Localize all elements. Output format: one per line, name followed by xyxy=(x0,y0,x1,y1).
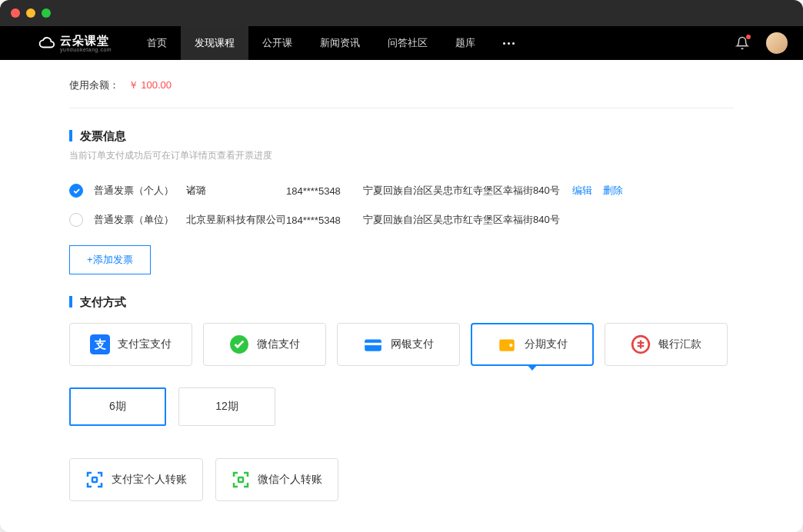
pay-alipay[interactable]: 支 支付宝支付 xyxy=(69,323,192,366)
balance-label: 使用余额： xyxy=(69,79,119,91)
maximize-window-button[interactable] xyxy=(42,8,51,18)
balance-row: 使用余额： ￥ 100.00 xyxy=(69,60,734,108)
invoice-phone: 184****5348 xyxy=(286,214,363,226)
invoice-name: 诸璐 xyxy=(186,184,286,198)
invoice-address: 宁夏回族自治区吴忠市红寺堡区幸福街840号 xyxy=(363,213,563,227)
pay-label: 微信支付 xyxy=(257,337,300,351)
cloud-logo-icon xyxy=(38,35,55,52)
pay-bank[interactable]: 网银支付 xyxy=(337,323,460,366)
installment-options: 6期 12期 xyxy=(69,387,734,426)
pay-installment[interactable]: 分期支付 xyxy=(471,323,594,366)
invoice-row: 普通发票（个人） 诸璐 184****5348 宁夏回族自治区吴忠市红寺堡区幸福… xyxy=(69,176,734,205)
remit-icon xyxy=(631,334,651,354)
pay-label: 银行汇款 xyxy=(658,337,701,351)
app-window: 云朵课堂 yunduoketang.com 首页 发现课程 公开课 新闻资讯 问… xyxy=(0,0,803,532)
window-titlebar xyxy=(0,0,803,26)
payment-section: 支付方式 支 支付宝支付 微信支付 网银支付 分期支付 xyxy=(69,296,734,501)
invoice-list: 普通发票（个人） 诸璐 184****5348 宁夏回族自治区吴忠市红寺堡区幸福… xyxy=(69,176,734,234)
nav-item-news[interactable]: 新闻资讯 xyxy=(306,26,374,60)
brand-logo[interactable]: 云朵课堂 yunduoketang.com xyxy=(38,34,112,52)
alipay-icon: 支 xyxy=(90,334,110,354)
bank-icon xyxy=(363,334,383,354)
nav-items: 首页 发现课程 公开课 新闻资讯 问答社区 题库 xyxy=(133,26,528,60)
notification-bell-icon[interactable] xyxy=(735,36,749,50)
transfer-label: 支付宝个人转账 xyxy=(112,473,187,487)
wechat-icon xyxy=(229,334,249,354)
invoice-phone: 184****5348 xyxy=(286,185,363,197)
wallet-icon xyxy=(497,334,517,354)
svg-rect-8 xyxy=(92,477,97,482)
invoice-section: 发票信息 当前订单支付成功后可在订单详情页查看开票进度 普通发票（个人） 诸璐 … xyxy=(69,130,734,274)
nav-item-courses[interactable]: 发现课程 xyxy=(181,26,248,60)
invoice-type: 普通发票（单位） xyxy=(94,213,186,227)
invoice-actions: 编辑 删除 xyxy=(572,184,631,198)
user-avatar[interactable] xyxy=(766,32,788,54)
brand-sub: yunduoketang.com xyxy=(60,47,112,52)
main-content: 使用余额： ￥ 100.00 发票信息 当前订单支付成功后可在订单详情页查看开票… xyxy=(0,60,803,532)
transfer-alipay[interactable]: 支付宝个人转账 xyxy=(69,458,203,501)
invoice-name: 北京昱新科技有限公司 xyxy=(186,213,286,227)
add-invoice-button[interactable]: +添加发票 xyxy=(69,245,151,274)
svg-rect-4 xyxy=(365,343,382,345)
pay-wechat[interactable]: 微信支付 xyxy=(203,323,326,366)
invoice-title: 发票信息 xyxy=(69,130,734,141)
invoice-delete-link[interactable]: 删除 xyxy=(603,185,623,196)
nav-item-home[interactable]: 首页 xyxy=(133,26,181,60)
pay-label: 网银支付 xyxy=(391,337,434,351)
nav-right xyxy=(735,32,788,54)
installment-6[interactable]: 6期 xyxy=(69,387,166,426)
bracket-green-icon xyxy=(232,470,250,489)
svg-text:支: 支 xyxy=(94,337,106,351)
balance-amount: ￥ 100.00 xyxy=(128,79,172,91)
transfer-methods: 支付宝个人转账 微信个人转账 xyxy=(69,458,734,501)
installment-12[interactable]: 12期 xyxy=(178,387,275,426)
pay-remit[interactable]: 银行汇款 xyxy=(605,323,728,366)
nav-more-icon[interactable] xyxy=(489,42,528,45)
transfer-wechat[interactable]: 微信个人转账 xyxy=(215,458,338,501)
bracket-blue-icon xyxy=(85,470,104,489)
svg-point-6 xyxy=(509,344,512,347)
invoice-address: 宁夏回族自治区吴忠市红寺堡区幸福街840号 xyxy=(363,184,563,198)
invoice-edit-link[interactable]: 编辑 xyxy=(572,185,592,196)
invoice-type: 普通发票（个人） xyxy=(94,184,186,198)
payment-methods: 支 支付宝支付 微信支付 网银支付 分期支付 银行汇款 xyxy=(69,323,734,366)
invoice-radio[interactable] xyxy=(69,213,83,227)
invoice-radio[interactable] xyxy=(69,184,83,198)
minimize-window-button[interactable] xyxy=(26,8,35,18)
nav-item-open[interactable]: 公开课 xyxy=(248,26,306,60)
pay-label: 分期支付 xyxy=(525,337,568,351)
transfer-label: 微信个人转账 xyxy=(258,473,322,487)
close-window-button[interactable] xyxy=(11,8,20,18)
payment-title: 支付方式 xyxy=(69,296,734,308)
invoice-row: 普通发票（单位） 北京昱新科技有限公司 184****5348 宁夏回族自治区吴… xyxy=(69,205,734,234)
invoice-subtitle: 当前订单支付成功后可在订单详情页查看开票进度 xyxy=(69,149,734,162)
nav-item-qa[interactable]: 问答社区 xyxy=(374,26,441,60)
svg-rect-9 xyxy=(238,477,243,482)
top-nav: 云朵课堂 yunduoketang.com 首页 发现课程 公开课 新闻资讯 问… xyxy=(0,26,803,60)
nav-item-bank[interactable]: 题库 xyxy=(441,26,489,60)
pay-label: 支付宝支付 xyxy=(118,337,172,351)
